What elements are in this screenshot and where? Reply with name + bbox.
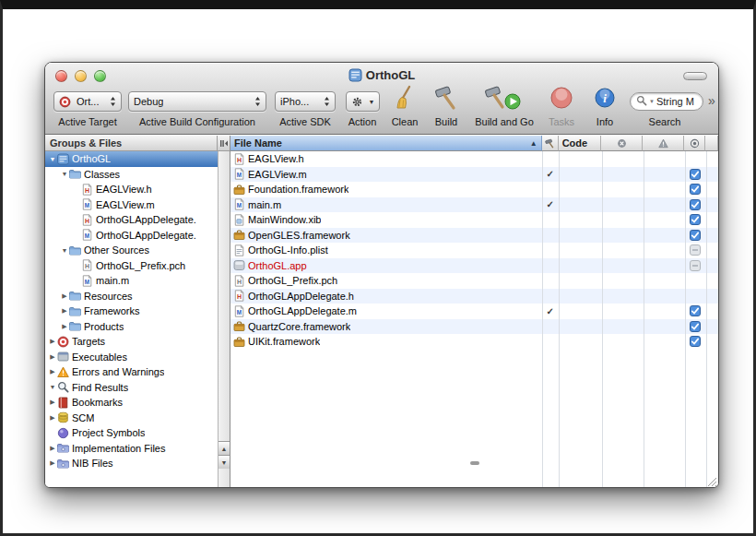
disclosure-triangle[interactable]: ▼: [60, 247, 69, 254]
errors-cell: [601, 289, 643, 304]
target-checkbox-checked[interactable]: [690, 169, 701, 180]
file-row-eaglview-m[interactable]: MEAGLView.m✓: [230, 167, 718, 183]
target-cell: [684, 304, 705, 319]
disclosure-triangle[interactable]: ▶: [48, 399, 57, 406]
disclosure-triangle[interactable]: ▶: [48, 353, 57, 361]
disclosure-triangle[interactable]: ▶: [48, 368, 57, 375]
errors-cell: [601, 167, 643, 183]
file-row-main-m[interactable]: Mmain.m✓: [230, 197, 718, 213]
sidebar-item-orthoglappdelegate[interactable]: MOrthoGLAppDelegate.: [45, 228, 218, 244]
sidebar-item-frameworks[interactable]: ▶Frameworks: [45, 304, 218, 319]
build-button[interactable]: [431, 86, 461, 113]
sidebar-item-orthoglappdelegate[interactable]: HOrthoGLAppDelegate.: [45, 212, 218, 228]
disclosure-triangle[interactable]: ▼: [48, 156, 57, 162]
target-checkbox-checked[interactable]: [690, 336, 701, 347]
toolbar-toggle-button[interactable]: [683, 72, 707, 80]
sidebar-item-errors-and-warnings[interactable]: ▶Errors and Warnings: [45, 364, 218, 380]
folder-icon: [69, 244, 81, 256]
target-checkbox-checked[interactable]: [690, 230, 701, 241]
sidebar-item-find-results[interactable]: ▼Find Results: [45, 380, 218, 396]
file-row-orthoglappdelegate-h[interactable]: HOrthoGLAppDelegate.h: [230, 289, 718, 304]
popup-arrows-icon: [324, 96, 330, 107]
disclosure-triangle[interactable]: ▶: [48, 459, 57, 467]
sidebar-item-eaglview-m[interactable]: MEAGLView.m: [45, 197, 218, 213]
sidebar-item-executables[interactable]: ▶Executables: [45, 350, 218, 365]
popup-arrows-icon: [110, 96, 116, 107]
disclosure-triangle[interactable]: ▶: [48, 338, 57, 345]
target-checkbox-checked[interactable]: [690, 199, 701, 210]
sidebar-splitter-button[interactable]: [218, 136, 230, 151]
file-row-uikit-framework[interactable]: UIKit.framework: [230, 334, 718, 350]
sidebar-item-orthogl[interactable]: ▼OrthoGL: [45, 151, 218, 167]
sidebar-item-project-symbols[interactable]: Project Symbols: [45, 425, 218, 441]
search-value: String M: [656, 96, 694, 107]
sidebar-item-products[interactable]: ▶Products: [45, 319, 218, 335]
sidebar-item-nib-files[interactable]: ▶NIB Files: [45, 456, 218, 471]
resize-grip[interactable]: [705, 474, 717, 486]
sidebar-item-other-sources[interactable]: ▼Other Sources: [45, 243, 218, 258]
target-checkbox-checked[interactable]: [690, 184, 701, 195]
error-column-icon: [617, 138, 627, 149]
sidebar-item-resources[interactable]: ▶Resources: [45, 289, 218, 304]
m-file-icon: M: [233, 168, 245, 180]
disclosure-triangle[interactable]: ▼: [60, 171, 69, 177]
sidebar-item-implementation-files[interactable]: ▶Implementation Files: [45, 441, 218, 457]
sidebar-item-main-m[interactable]: Mmain.m: [45, 273, 218, 289]
sidebar-item-eaglview-h[interactable]: HEAGLView.h: [45, 182, 218, 197]
file-row-eaglview-h[interactable]: HEAGLView.h: [230, 151, 718, 167]
disclosure-triangle[interactable]: ▼: [48, 384, 57, 390]
file-row-orthogl-prefix-pch[interactable]: HOrthoGL_Prefix.pch: [230, 273, 718, 289]
disclosure-triangle[interactable]: ▶: [60, 292, 69, 300]
build-and-go-button[interactable]: [480, 86, 528, 113]
file-row-orthoglappdelegate-m[interactable]: MOrthoGLAppDelegate.m✓: [230, 304, 718, 319]
folder-icon: [69, 305, 81, 317]
active-sdk-label: Active SDK: [279, 116, 331, 127]
action-menu-button[interactable]: ▼: [346, 91, 380, 112]
sidebar-item-label: Products: [84, 321, 124, 332]
xib-file-icon: [233, 214, 245, 226]
sidebar-item-targets[interactable]: ▶Targets: [45, 334, 218, 350]
sidebar-item-label: Errors and Warnings: [72, 366, 164, 377]
info-button[interactable]: i: [593, 86, 617, 113]
code-cell: [559, 182, 602, 197]
clean-label: Clean: [392, 116, 419, 127]
scroll-up-arrow[interactable]: ▲: [219, 441, 230, 455]
column-header-build[interactable]: [542, 136, 559, 151]
file-row-foundation-framework[interactable]: Foundation.framework: [230, 182, 718, 197]
target-checkbox-checked[interactable]: [690, 305, 701, 316]
target-checkbox-checked[interactable]: [690, 214, 701, 225]
file-row-orthogl-info-plist[interactable]: OrthoGL-Info.plist: [230, 243, 718, 258]
sidebar-item-bookmarks[interactable]: ▶Bookmarks: [45, 395, 218, 411]
disclosure-triangle[interactable]: ▶: [48, 445, 57, 452]
sidebar-scrollbar[interactable]: ▲ ▼: [218, 151, 230, 487]
disclosure-triangle[interactable]: ▶: [60, 323, 69, 330]
active-build-configuration-popup[interactable]: Debug: [128, 91, 266, 112]
disclosure-triangle[interactable]: ▶: [60, 307, 69, 315]
column-header-file-name[interactable]: File Name ▲: [230, 136, 542, 151]
build-status-cell: [542, 258, 559, 274]
sidebar-item-scm[interactable]: ▶SCM: [45, 411, 218, 426]
target-cell: [684, 273, 705, 289]
file-row-orthogl-app[interactable]: OrthoGL.app: [230, 258, 718, 274]
filler-cell: [705, 167, 718, 183]
sidebar-item-classes[interactable]: ▼Classes: [45, 167, 218, 183]
column-header-code[interactable]: Code: [559, 136, 602, 151]
search-field[interactable]: ▼ String M: [630, 92, 703, 111]
target-checkbox-checked[interactable]: [690, 321, 701, 332]
clean-button[interactable]: [390, 86, 419, 113]
file-name: OpenGLES.framework: [248, 230, 350, 241]
column-header-errors[interactable]: [601, 136, 643, 151]
file-row-opengles-framework[interactable]: OpenGLES.framework: [230, 228, 718, 244]
column-header-warnings[interactable]: [643, 136, 684, 151]
file-row-quartzcore-framework[interactable]: QuartzCore.framework: [230, 319, 718, 335]
scroll-down-arrow[interactable]: ▼: [219, 455, 230, 469]
code-cell: [559, 151, 602, 167]
column-header-target[interactable]: [684, 136, 705, 151]
horizontal-scroll-dot[interactable]: [470, 461, 479, 465]
toolbar-overflow-chevron[interactable]: »: [708, 93, 715, 108]
active-sdk-popup[interactable]: iPho...: [275, 91, 336, 112]
sidebar-item-orthogl-prefix-pch[interactable]: HOrthoGL_Prefix.pch: [45, 258, 218, 274]
file-row-mainwindow-xib[interactable]: MainWindow.xib: [230, 212, 718, 228]
disclosure-triangle[interactable]: ▶: [48, 414, 57, 422]
active-target-popup[interactable]: Ort...: [53, 91, 122, 112]
